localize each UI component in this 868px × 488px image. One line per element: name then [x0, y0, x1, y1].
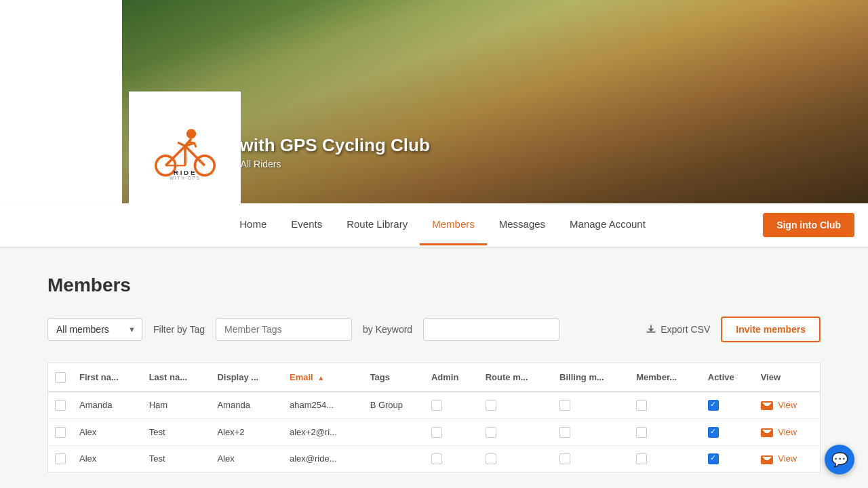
view-link[interactable]: View — [778, 427, 797, 437]
table-row: Amanda Ham Amanda aham254... B Group Vie… — [48, 392, 821, 419]
email-icon[interactable] — [761, 455, 773, 464]
cell-route-m — [479, 392, 553, 419]
cell-view: View — [754, 392, 821, 419]
email-icon[interactable] — [761, 401, 773, 410]
row-checkbox-cell — [48, 419, 73, 446]
col-header-admin[interactable]: Admin — [425, 363, 479, 392]
cell-last-name: Test — [142, 419, 211, 446]
cell-billing-m — [553, 392, 629, 419]
logo-box: RIDE WITH GPS — [129, 92, 241, 203]
keyword-search-input[interactable] — [423, 318, 559, 341]
row-checkbox[interactable] — [55, 453, 66, 464]
cell-tags — [363, 445, 425, 472]
col-header-tags[interactable]: Tags — [363, 363, 425, 392]
by-keyword-label: by Keyword — [363, 324, 412, 335]
svg-text:WITH  GPS: WITH GPS — [170, 176, 201, 180]
row-checkbox[interactable] — [55, 427, 66, 438]
member-p-checkbox[interactable] — [636, 427, 647, 438]
cell-email: alex+2@ri... — [283, 419, 363, 446]
col-header-first-name[interactable]: First na... — [73, 363, 142, 392]
col-header-display-name[interactable]: Display ... — [210, 363, 283, 392]
navbar-right: Sign into Club — [763, 213, 854, 237]
cell-tags — [363, 419, 425, 446]
page-title: Members — [47, 274, 821, 296]
member-p-checkbox[interactable] — [636, 400, 647, 411]
col-header-checkbox — [48, 363, 73, 392]
route-m-checkbox[interactable] — [486, 400, 496, 411]
row-checkbox-cell — [48, 445, 73, 472]
cell-billing-m — [553, 445, 629, 472]
cell-admin — [425, 419, 479, 446]
member-p-checkbox[interactable] — [636, 453, 647, 464]
email-icon[interactable] — [761, 428, 773, 437]
cell-member-p — [629, 392, 701, 419]
member-filter-select[interactable]: All members Admins Active Inactive — [47, 318, 142, 341]
active-checkbox[interactable] — [708, 427, 719, 438]
admin-checkbox[interactable] — [431, 427, 442, 438]
row-checkbox-cell — [48, 392, 73, 419]
billing-m-checkbox[interactable] — [559, 400, 570, 411]
col-header-route-manager[interactable]: Route m... — [479, 363, 553, 392]
route-m-checkbox[interactable] — [486, 453, 496, 464]
export-csv-button[interactable]: Export CSV — [646, 324, 710, 335]
help-button[interactable]: 💬 — [825, 445, 854, 474]
nav-home[interactable]: Home — [227, 205, 279, 245]
cell-first-name: Alex — [73, 419, 142, 446]
cell-email: aham254... — [283, 392, 363, 419]
billing-m-checkbox[interactable] — [559, 453, 570, 464]
col-header-view: View — [754, 363, 821, 392]
header-checkbox[interactable] — [55, 372, 66, 383]
members-table: First na... Last na... Display ... Email… — [47, 363, 821, 472]
col-header-last-name[interactable]: Last na... — [142, 363, 211, 392]
row-checkbox[interactable] — [55, 400, 66, 411]
route-m-checkbox[interactable] — [486, 427, 496, 438]
cell-last-name: Test — [142, 445, 211, 472]
cell-tags: B Group — [363, 392, 425, 419]
admin-checkbox[interactable] — [431, 453, 442, 464]
navbar: Home Events Route Library Members Messag… — [0, 203, 868, 247]
cell-first-name: Amanda — [73, 392, 142, 419]
nav-manage-account[interactable]: Manage Account — [557, 205, 658, 245]
cell-member-p — [629, 419, 701, 446]
col-header-email[interactable]: Email ▲ — [283, 363, 363, 392]
invite-members-button[interactable]: Invite members — [721, 317, 821, 342]
cell-route-m — [479, 419, 553, 446]
page-content: Members All members Admins Active Inacti… — [34, 247, 834, 488]
sign-in-button[interactable]: Sign into Club — [763, 213, 854, 237]
chat-icon: 💬 — [831, 451, 848, 468]
filter-bar: All members Admins Active Inactive ▼ Fil… — [47, 317, 821, 342]
active-checkbox[interactable] — [708, 453, 719, 464]
table-row: Alex Test Alex alex@ride... View — [48, 445, 821, 472]
cell-email: alex@ride... — [283, 445, 363, 472]
billing-m-checkbox[interactable] — [559, 427, 570, 438]
cell-view: View — [754, 419, 821, 446]
col-header-active[interactable]: Active — [701, 363, 754, 392]
col-header-billing-manager[interactable]: Billing m... — [553, 363, 629, 392]
sort-arrow-icon: ▲ — [317, 374, 324, 382]
cell-display-name: Alex — [210, 445, 283, 472]
nav-events[interactable]: Events — [279, 205, 334, 245]
cell-admin — [425, 392, 479, 419]
cell-display-name: Amanda — [210, 392, 283, 419]
nav-links: Home Events Route Library Members Messag… — [122, 205, 763, 245]
svg-line-11 — [188, 142, 195, 144]
cell-active — [701, 445, 754, 472]
cell-admin — [425, 445, 479, 472]
view-link[interactable]: View — [778, 453, 797, 464]
active-checkbox[interactable] — [708, 400, 719, 411]
nav-members[interactable]: Members — [420, 205, 487, 245]
table-header-row: First na... Last na... Display ... Email… — [48, 363, 821, 392]
cell-view: View — [754, 445, 821, 472]
cell-route-m — [479, 445, 553, 472]
cell-billing-m — [553, 419, 629, 446]
nav-messages[interactable]: Messages — [487, 205, 557, 245]
view-link[interactable]: View — [778, 400, 797, 410]
svg-line-8 — [178, 142, 185, 146]
member-tags-input[interactable] — [216, 318, 352, 341]
filter-by-tag-label: Filter by Tag — [153, 324, 205, 335]
site-logo: RIDE WITH GPS — [148, 119, 222, 180]
nav-route-library[interactable]: Route Library — [334, 205, 420, 245]
admin-checkbox[interactable] — [431, 400, 442, 411]
col-header-member-profile[interactable]: Member... — [629, 363, 701, 392]
cell-first-name: Alex — [73, 445, 142, 472]
